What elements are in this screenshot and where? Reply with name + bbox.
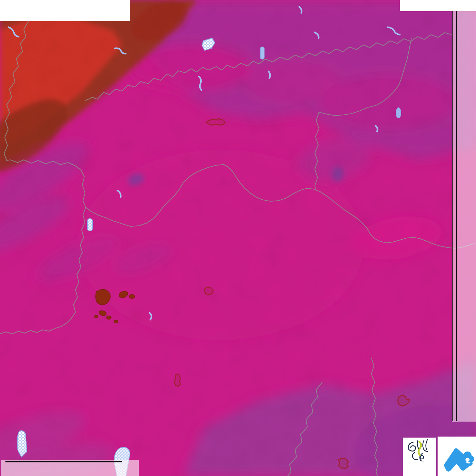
snowgrid-map (0, 0, 476, 476)
geosphere-logo-icon (403, 438, 436, 461)
title-box (0, 0, 130, 21)
partner-logo-box (438, 437, 476, 476)
scalebar-line (0, 0, 476, 476)
mountain-cloud-logo-icon (438, 437, 476, 476)
model-box (400, 0, 476, 11)
geosphere-logo-box (403, 438, 436, 476)
